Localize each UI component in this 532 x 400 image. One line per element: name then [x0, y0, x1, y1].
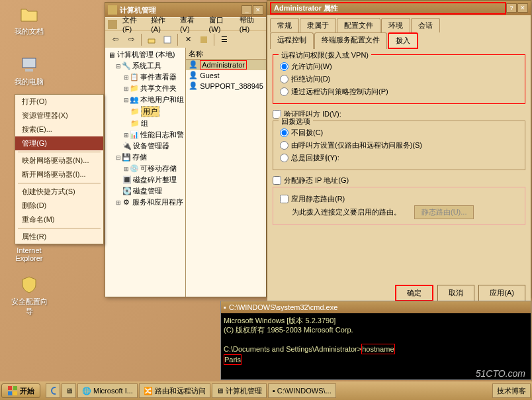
- radio-nocallback-input[interactable]: [280, 128, 288, 137]
- tab-dialin[interactable]: 拨入: [388, 32, 418, 49]
- up-button[interactable]: [144, 32, 159, 47]
- menu-file[interactable]: 文件(F): [118, 14, 146, 34]
- task-blog[interactable]: 技术博客: [492, 383, 531, 398]
- close-button[interactable]: ✕: [253, 5, 263, 15]
- menu-search[interactable]: 搜索(E)...: [15, 123, 103, 136]
- tab-profile[interactable]: 配置文件: [337, 18, 380, 32]
- radio-callerset-input[interactable]: [280, 141, 288, 150]
- task-mmc[interactable]: 🖥计算机管理: [212, 383, 267, 398]
- mmc-window: 计算机管理 _ ✕ 文件(F) 操作(A) 查看(V) 窗口(W) 帮助(H) …: [105, 2, 267, 297]
- tab-general[interactable]: 常规: [270, 18, 299, 32]
- task-rras[interactable]: 🔀路由和远程访问: [139, 383, 210, 398]
- refresh-button[interactable]: [197, 32, 211, 47]
- tab-remote[interactable]: 远程控制: [270, 32, 314, 49]
- menu-help[interactable]: 帮助(H): [236, 14, 263, 34]
- radio-always-input[interactable]: [280, 154, 288, 162]
- list-item-admin[interactable]: 👤Administrator: [186, 60, 266, 70]
- svg-rect-10: [13, 391, 17, 395]
- tree-diskmgmt[interactable]: 💽磁盘管理: [107, 185, 184, 197]
- tree-users[interactable]: 📁用户: [107, 105, 184, 118]
- cancel-button[interactable]: 取消: [437, 285, 474, 301]
- forward-button[interactable]: ⇨: [124, 32, 138, 47]
- cmd-output[interactable]: Microsoft Windows [版本 5.2.3790] (C) 版权所有…: [221, 313, 531, 368]
- menu-explorer[interactable]: 资源管理器(X): [15, 109, 103, 123]
- list-button[interactable]: ☰: [217, 32, 232, 47]
- tab-member[interactable]: 隶属于: [300, 18, 336, 32]
- separator: [18, 183, 101, 183]
- watermark: 51CTO.com: [476, 368, 525, 379]
- radio-deny[interactable]: 拒绝访问(D): [280, 73, 519, 85]
- radio-deny-input[interactable]: [280, 75, 288, 83]
- menu-shortcut[interactable]: 创建快捷方式(S): [15, 185, 103, 199]
- desktop-icon-security[interactable]: 安全配置向导: [9, 274, 49, 317]
- radio-allow[interactable]: 允许访问(W): [280, 60, 519, 73]
- tree-removable[interactable]: ⊞💿可移动存储: [107, 163, 184, 174]
- apply-button[interactable]: 应用(A): [478, 285, 525, 301]
- menu-action[interactable]: 操作(A): [147, 14, 175, 34]
- list-header-name[interactable]: 名称: [186, 48, 266, 60]
- menubar: 文件(F) 操作(A) 查看(V) 窗口(W) 帮助(H): [105, 17, 266, 30]
- static-routes-button[interactable]: 静态路由(U)...: [414, 205, 474, 219]
- menu-window[interactable]: 窗口(W): [205, 14, 234, 34]
- check-routes-input[interactable]: [280, 195, 288, 203]
- close-button[interactable]: ✕: [517, 3, 528, 13]
- list-item-guest[interactable]: 👤Guest: [186, 70, 266, 81]
- desktop-icon-mydocs[interactable]: 我的文档: [9, 4, 49, 36]
- tab-tsprofile[interactable]: 终端服务配置文件: [314, 32, 387, 49]
- tree-storage[interactable]: ⊟💾存储: [107, 152, 184, 163]
- menu-open[interactable]: 打开(O): [15, 95, 103, 109]
- radio-policy[interactable]: 通过远程访问策略控制访问(P): [280, 85, 519, 98]
- radio-allow-input[interactable]: [280, 62, 288, 71]
- tree-device[interactable]: 🔌设备管理器: [107, 140, 184, 152]
- task-ie[interactable]: 🌐Microsoft I...: [77, 383, 138, 398]
- minimize-button[interactable]: _: [242, 5, 252, 15]
- menu-disconnect-drive[interactable]: 断开网络驱动器(I)...: [15, 168, 103, 181]
- menu-map-drive[interactable]: 映射网络驱动器(N)...: [15, 154, 103, 168]
- separator: [18, 228, 101, 228]
- desktop-icon-mycomputer[interactable]: 我的电脑: [9, 54, 49, 87]
- cmd-titlebar[interactable]: ▪ C:\WINDOWS\system32\cmd.exe: [221, 301, 531, 313]
- task-cmd[interactable]: ▪C:\WINDOWS\...: [268, 383, 336, 398]
- delete-button[interactable]: ✕: [181, 32, 195, 47]
- quick-ie[interactable]: [46, 383, 60, 398]
- svg-rect-7: [8, 386, 12, 390]
- tab-session[interactable]: 会话: [411, 18, 440, 32]
- tree-root[interactable]: 🖥计算机管理 (本地): [107, 49, 184, 60]
- menu-delete[interactable]: 删除(D): [15, 199, 103, 213]
- check-routes[interactable]: 应用静态路由(R): [280, 193, 519, 205]
- routes-group: 应用静态路由(R) 为此拨入连接定义要启用的路由。 静态路由(U)...: [273, 187, 525, 225]
- help-button[interactable]: ?: [506, 3, 517, 13]
- tree-system-tools[interactable]: ⊟🔧系统工具: [107, 60, 184, 72]
- cmd-icon: ▪: [224, 303, 226, 311]
- list-pane[interactable]: 名称 👤Administrator 👤Guest 👤SUPPORT_388945: [186, 48, 266, 297]
- start-button[interactable]: 开始: [1, 383, 40, 398]
- check-assignip[interactable]: 分配静态 IP 地址(G): [273, 174, 525, 187]
- check-assignip-input[interactable]: [273, 176, 281, 185]
- svg-rect-6: [200, 36, 207, 43]
- tree-services[interactable]: ⊞⚙服务和应用程序: [107, 197, 184, 208]
- tree-perf[interactable]: ⊞📊性能日志和警: [107, 129, 184, 140]
- menu-rename[interactable]: 重命名(M): [15, 213, 103, 226]
- radio-callerset[interactable]: 由呼叫方设置(仅路由和远程访问服务)(S): [280, 139, 519, 152]
- radio-nocallback[interactable]: 不回拨(C): [280, 126, 519, 139]
- list-item-support[interactable]: 👤SUPPORT_388945: [186, 81, 266, 91]
- props-button[interactable]: [160, 32, 175, 47]
- callback-group: 回拨选项 不回拨(C) 由呼叫方设置(仅路由和远程访问服务)(S) 总是回拨到(…: [273, 121, 525, 170]
- radio-always[interactable]: 总是回拨到(Y):: [280, 152, 519, 164]
- tree-pane[interactable]: 🖥计算机管理 (本地) ⊟🔧系统工具 ⊞📋事件查看器 ⊞📁共享文件夹 ⊟👥本地用…: [105, 48, 186, 297]
- svg-rect-4: [108, 20, 117, 29]
- menu-view[interactable]: 查看(V): [176, 14, 204, 34]
- tree-groups[interactable]: 📁组: [107, 118, 184, 129]
- quick-desktop[interactable]: 🖥: [62, 383, 76, 398]
- titlebar[interactable]: Administrator 属性 ? ✕: [267, 1, 531, 15]
- tree-event-viewer[interactable]: ⊞📋事件查看器: [107, 72, 184, 83]
- ok-button[interactable]: 确定: [395, 285, 433, 301]
- back-button[interactable]: ⇦: [108, 32, 122, 47]
- tree-defrag[interactable]: 🔳磁盘碎片整理: [107, 174, 184, 185]
- menu-properties[interactable]: 属性(R): [15, 230, 103, 244]
- tree-local-users[interactable]: ⊟👥本地用户和组: [107, 94, 184, 105]
- menu-manage[interactable]: 管理(G): [15, 136, 103, 150]
- radio-policy-input[interactable]: [280, 87, 288, 96]
- tab-env[interactable]: 环境: [381, 18, 410, 32]
- tree-shared[interactable]: ⊞📁共享文件夹: [107, 83, 184, 94]
